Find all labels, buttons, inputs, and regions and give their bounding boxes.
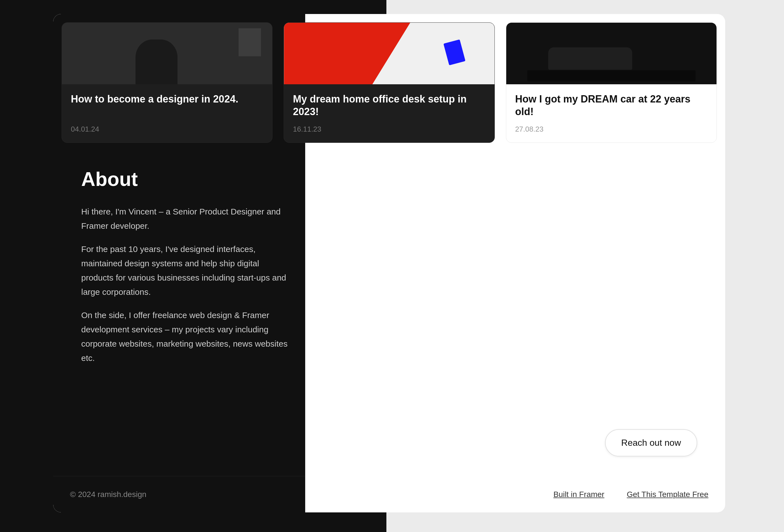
blog-card-2-title: My dream home office desk setup in 2023! — [293, 93, 485, 118]
footer-copyright: © 2024 ramish.design — [70, 490, 146, 499]
office-photo — [284, 23, 494, 84]
blog-card-2-date: 16.11.23 — [293, 125, 485, 134]
blog-card-1-title: How to become a designer in 2024. — [71, 93, 263, 105]
footer-links: Built in Framer Get This Template Free — [553, 490, 708, 499]
built-in-framer-link[interactable]: Built in Framer — [553, 490, 604, 499]
car-photo — [506, 23, 717, 84]
blog-card-1-body: How to become a designer in 2024. 04.01.… — [62, 84, 272, 142]
designer-photo — [62, 23, 272, 84]
blog-card-1-image — [62, 23, 272, 84]
page-wrapper: How to become a designer in 2024. 04.01.… — [0, 0, 784, 532]
about-paragraph-1: Hi there, I'm Vincent – a Senior Product… — [81, 204, 288, 233]
get-template-link[interactable]: Get This Template Free — [627, 490, 708, 499]
blog-card-3-date: 27.08.23 — [515, 125, 707, 134]
blog-card-2-body: My dream home office desk setup in 2023!… — [284, 84, 494, 142]
card-footer: © 2024 ramish.design Built in Framer Get… — [53, 476, 725, 512]
main-content-card: How to become a designer in 2024. 04.01.… — [53, 14, 725, 512]
blog-card-3-title: How I got my DREAM car at 22 years old! — [515, 93, 707, 118]
blog-card-2[interactable]: My dream home office desk setup in 2023!… — [284, 22, 495, 143]
blog-card-3-body: How I got my DREAM car at 22 years old! … — [506, 84, 717, 142]
about-heading: About — [81, 168, 288, 190]
blog-cards-row: How to become a designer in 2024. 04.01.… — [62, 22, 717, 143]
about-paragraph-2: For the past 10 years, I've designed int… — [81, 242, 288, 299]
blog-card-3-image — [506, 23, 717, 84]
blog-card-1-date: 04.01.24 — [71, 125, 263, 134]
blog-card-2-image — [284, 23, 494, 84]
blog-card-3[interactable]: How I got my DREAM car at 22 years old! … — [506, 22, 717, 143]
reach-out-button[interactable]: Reach out now — [605, 429, 697, 456]
blog-card-1[interactable]: How to become a designer in 2024. 04.01.… — [62, 22, 273, 143]
about-section: About Hi there, I'm Vincent – a Senior P… — [70, 157, 300, 385]
about-paragraph-3: On the side, I offer freelance web desig… — [81, 308, 288, 365]
